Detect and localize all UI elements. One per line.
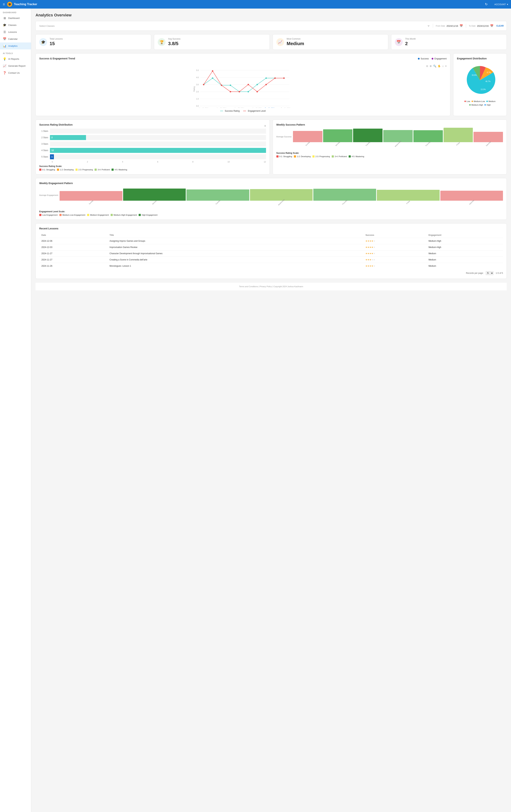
high-dot [484,104,486,106]
axis-8: 8 [192,161,193,163]
stat-card-this-month: 📅 This Month 2 [391,34,507,50]
success-scale-section: Success Rating Scale: 0-1: Struggling 1-… [276,152,503,157]
scale-legend-items: 0-1: Struggling 1-2: Developing 2-3: Pro… [39,169,266,171]
dist-menu-icon[interactable]: ≡ [264,124,266,127]
bar-track-1stars [50,128,266,134]
main-content: Analytics Overview Select Classes From D… [31,8,511,812]
engagement-bar-wednesday: Wednesday [250,189,313,203]
s-struggling-dot [276,155,279,157]
filter-divider [433,24,433,28]
page-title: Analytics Overview [35,13,507,18]
charts-row-1: Success & Engagement Trend Success Engag… [35,53,507,116]
success-scale-developing: 1-2: Developing [294,155,311,157]
success-rating-dist-card: Success Rating Distribution ≡ 1 Stars 2 … [35,119,270,174]
to-date-calendar-icon[interactable]: 📅 [490,24,493,27]
row5-title: Monologues: Lesson 1 [107,263,364,269]
magnify-icon[interactable]: 🔍 [433,64,436,67]
recent-lessons-card: Recent Lessons Date Title Success Engage… [35,223,507,279]
success-bar-wednesday: Wednesday [383,130,413,145]
struggling-dot [39,169,41,171]
filter-bar: Select Classes From Date 2024/11/16 📅 To… [35,21,507,31]
axis-4: 4 [122,161,123,163]
eng-scale-high: High Engagement [139,214,158,216]
sidebar-label-analytics: Analytics [8,45,18,47]
to-date-group: To Date 2024/12/16 📅 [469,24,493,27]
bar-label-5stars: 5 Stars [39,155,50,158]
generate-report-icon: 📈 [3,64,6,67]
engagement-bar-fill-saturday [441,191,503,201]
sidebar-item-generate-report[interactable]: 📈 Generate Report [0,62,31,69]
table-row: 2024-11-26 Monologues: Lesson 1 ★★★★★ Me… [39,263,503,269]
account-chevron-icon: ▾ [507,3,508,6]
sidebar-item-ai-reports[interactable]: 💡 AI Reports [0,56,31,62]
scale-item-progressing: 2-3: Progressing [76,169,93,171]
menu-icon[interactable]: ☰ [3,3,5,6]
scale-item-mastering: 4-5: Mastering [112,169,127,171]
sidebar-item-contact-us[interactable]: ❓ Contact Us [0,69,31,76]
sidebar-item-calendar[interactable]: 📅 Calendar [0,35,31,42]
row4-title: Creating a Scene in Commedia dell'arte [107,257,364,263]
sidebar-item-lessons[interactable]: ☰ Lessons [0,29,31,35]
svg-point-14 [212,78,214,79]
row4-success: ★★★★★ [363,257,426,263]
row1-stars: ★★★★ [365,240,373,242]
class-select[interactable]: Select Classes [38,24,430,27]
success-bar-tuesday: Tuesday [353,128,382,145]
menu-chart-icon[interactable]: ≡ [445,64,447,67]
mastering-label: 4-5: Mastering [115,169,127,171]
stat-card-avg-success: 🏆 Avg Success 3.8/5 [154,34,269,50]
success-rating-dist-title: Success Rating Distribution [39,123,73,126]
table-row: 2024-11-27 Character Development through… [39,251,503,257]
home-icon[interactable]: ⌂ [442,64,444,67]
s-progressing-label: 2-3: Progressing [315,155,330,157]
refresh-icon[interactable]: ↻ [485,2,488,6]
from-date-calendar-icon[interactable]: 📅 [460,24,463,27]
row4-engagement: Medium [426,257,503,263]
success-dot [418,58,420,60]
eng-scale-medium: Medium Engagement [87,214,109,216]
sidebar-item-analytics[interactable]: 📊 Analytics [0,42,31,50]
stat-info-most-common: Most Common Medium [287,38,304,47]
bar-label-4stars: 4 Stars [39,149,50,152]
scale-legend-title: Success Rating Scale: [39,165,266,168]
low-dot [464,100,466,102]
pie-legend-medium-low: Medium-Low [472,100,485,103]
engagement-bar-friday: Friday [377,190,439,203]
success-scale-items: 0-1: Struggling 1-2: Developing 2-3: Pro… [276,155,503,157]
legend-engagement: Engagement [432,57,447,60]
eng-low-label: Low Engagement [42,214,58,216]
row2-title: Improvisation Games Review [107,244,364,251]
bar-track-3stars [50,141,266,146]
contact-icon: ❓ [3,71,6,75]
pan-icon[interactable]: ✋ [438,64,441,67]
records-per-page-select[interactable]: 5 10 25 [486,271,493,275]
axis-12: 12 [264,161,266,163]
trend-legend: Success Engagement [418,57,447,60]
weekly-engagement-title: Weekly Engagement Pattern [39,182,503,185]
svg-text:Nov 25, 2024: Nov 25, 2024 [235,107,244,108]
svg-point-29 [257,91,258,92]
medium-low-label: Medium-Low [474,100,485,103]
bar-axis: 0 2 4 6 8 10 12 [39,161,266,163]
sidebar-item-classes[interactable]: 🎓 Classes [0,22,31,29]
avg-success-label: Avg Success [168,38,180,40]
zoom-in-icon[interactable]: ⊕ [430,64,432,67]
lessons-icon: ☰ [3,30,6,34]
pie-legend-medium: Medium [486,100,495,103]
eng-low-dot [39,214,41,216]
account-button[interactable]: 👤 ACCOUNT ▾ [490,3,508,6]
engagement-bar-tuesday: Tuesday [187,190,249,203]
stat-info-total-lessons: Total Lessons 15 [50,38,63,47]
s-developing-label: 1-2: Developing [297,155,311,157]
recent-lessons-table: Date Title Success Engagement 2024-12-06… [39,232,503,269]
success-trend-card: Success & Engagement Trend Success Engag… [35,53,450,116]
svg-text:5.0: 5.0 [196,69,199,71]
calendar-icon: 📅 [3,37,6,41]
stat-info-avg-success: Avg Success 3.8/5 [168,38,180,47]
topnav-actions: ↻ 👤 ACCOUNT ▾ [485,2,508,6]
clear-button[interactable]: CLEAR [496,25,504,27]
medium-low-dot [472,100,473,102]
sidebar-item-dashboard[interactable]: ⊞ Dashboard [0,14,31,22]
zoom-out-icon[interactable]: ⊖ [426,64,428,67]
s-proficient-label: 3-4: Proficient [335,155,347,157]
